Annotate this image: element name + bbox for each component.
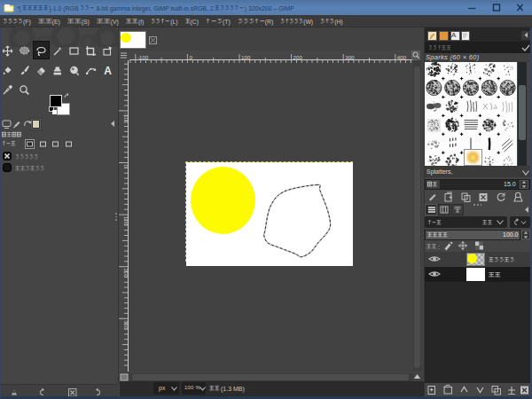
- svg-text:0: 0: [123, 165, 129, 168]
- svg-text:100: 100: [123, 216, 129, 226]
- svg-text:200: 200: [293, 54, 303, 60]
- svg-text:100: 100: [241, 54, 251, 60]
- svg-text:400: 400: [397, 54, 407, 60]
- svg-text:A: A: [104, 65, 112, 76]
- svg-text:-100: -100: [123, 113, 129, 124]
- svg-text:0: 0: [189, 54, 192, 60]
- svg-text:-100: -100: [137, 54, 149, 60]
- svg-text:200: 200: [123, 269, 129, 278]
- svg-text:300: 300: [123, 320, 129, 330]
- svg-text:300: 300: [345, 54, 355, 60]
